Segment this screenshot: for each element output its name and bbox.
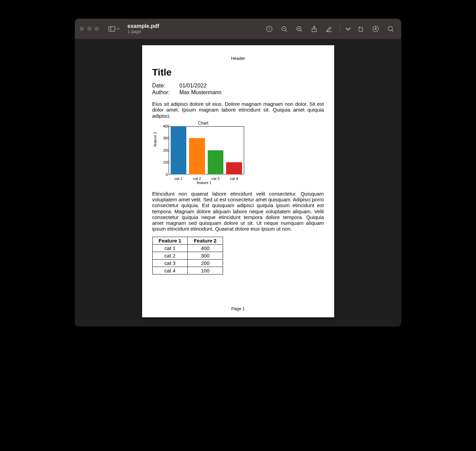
markup-button[interactable]	[323, 23, 335, 35]
chart-plot-area: feature 2 cat 1cat 2cat 3cat 4 010020030…	[165, 126, 244, 181]
table-cell: cat 1	[152, 244, 188, 252]
chart-ytick: 400	[163, 124, 168, 128]
svg-line-17	[392, 30, 394, 32]
date-value: 01/01/2022	[180, 83, 324, 89]
metadata-block: Date: 01/01/2022 Author: Max Mustermann	[152, 83, 324, 96]
chevron-down-icon	[117, 27, 120, 31]
page-header: Header	[152, 56, 324, 61]
close-window-button[interactable]	[80, 27, 84, 31]
data-table: Feature 1Feature 2 cat 1400cat 2300cat 3…	[152, 237, 223, 274]
chart-ytick: 0	[163, 172, 168, 177]
pencil-icon	[325, 25, 333, 33]
document-viewport[interactable]: Header Title Date: 01/01/2022 Author: Ma…	[75, 39, 401, 327]
fullscreen-window-button[interactable]	[95, 27, 99, 31]
svg-point-4	[269, 27, 270, 28]
table-row: cat 4100	[152, 267, 223, 274]
chart-ytick: 100	[163, 160, 168, 164]
chart-ytick: 200	[163, 148, 168, 152]
page-footer: Page 1	[142, 306, 334, 311]
info-button[interactable]	[264, 23, 275, 35]
table-cell: 400	[188, 244, 223, 252]
highlight-button[interactable]	[370, 23, 381, 35]
search-button[interactable]	[385, 23, 396, 35]
rotate-icon	[357, 25, 364, 33]
table-cell: 100	[188, 267, 223, 274]
svg-rect-0	[109, 27, 115, 31]
chart-ytick: 300	[163, 136, 168, 140]
sidebar-icon	[108, 25, 116, 33]
markup-more-button[interactable]	[345, 23, 352, 35]
chart-ylabel: feature 2	[153, 132, 157, 146]
preview-window: example.pdf 1 page	[75, 19, 401, 327]
document-filename: example.pdf	[128, 23, 159, 29]
table-row: cat 3200	[152, 259, 223, 267]
document-title-group: example.pdf 1 page	[128, 23, 159, 34]
rotate-button[interactable]	[355, 23, 367, 35]
paragraph-1: Eius sit adipisci dolore sit eius. Dolor…	[152, 101, 324, 119]
table-row: cat 2300	[152, 252, 223, 259]
chart-xtick: cat 1	[171, 177, 187, 181]
share-icon	[310, 25, 318, 33]
chart-bar	[226, 162, 242, 174]
sidebar-toggle-button[interactable]	[108, 25, 120, 33]
titlebar: example.pdf 1 page	[75, 19, 401, 39]
chart-xlabel: feature 1	[165, 181, 244, 185]
zoom-in-icon	[295, 25, 303, 33]
page-title: Title	[152, 67, 324, 78]
table-cell: cat 4	[152, 267, 188, 274]
document-page-count: 1 page	[128, 29, 159, 34]
zoom-out-icon	[280, 25, 288, 33]
author-label: Author:	[152, 89, 180, 96]
chart-xtick: cat 4	[226, 177, 242, 181]
chart-bar	[208, 150, 224, 174]
paragraph-2: Etincidunt non quaerat labore etincidunt…	[152, 191, 324, 232]
table-cell: 300	[188, 252, 223, 259]
share-button[interactable]	[308, 23, 320, 35]
chart-xtick: cat 3	[208, 177, 224, 181]
toolbar-separator	[340, 25, 340, 33]
chart-xtick: cat 2	[189, 177, 205, 181]
chart-bar	[189, 138, 205, 174]
pdf-page: Header Title Date: 01/01/2022 Author: Ma…	[142, 45, 334, 317]
date-label: Date:	[152, 83, 180, 89]
search-icon	[387, 25, 394, 33]
chart-bar	[171, 126, 187, 174]
svg-point-16	[388, 26, 393, 31]
svg-rect-14	[359, 28, 363, 31]
minimize-window-button[interactable]	[87, 27, 91, 31]
chart: Chart feature 2 cat 1cat 2cat 3cat 4 010…	[152, 121, 244, 185]
table-row: cat 1400	[152, 244, 223, 252]
table-cell: 200	[188, 259, 223, 267]
zoom-in-button[interactable]	[293, 23, 305, 35]
table-cell: cat 2	[152, 252, 188, 259]
zoom-out-button[interactable]	[278, 23, 290, 35]
window-controls	[80, 27, 99, 31]
highlighter-icon	[372, 25, 379, 33]
table-cell: cat 3	[152, 259, 188, 267]
author-value: Max Mustermann	[180, 89, 324, 96]
table-header-cell: Feature 2	[188, 237, 223, 244]
svg-line-9	[301, 30, 302, 32]
table-header-cell: Feature 1	[152, 237, 188, 244]
info-icon	[266, 25, 273, 33]
svg-line-6	[286, 30, 287, 32]
chevron-down-icon	[345, 25, 352, 33]
chart-title: Chart	[163, 121, 244, 126]
